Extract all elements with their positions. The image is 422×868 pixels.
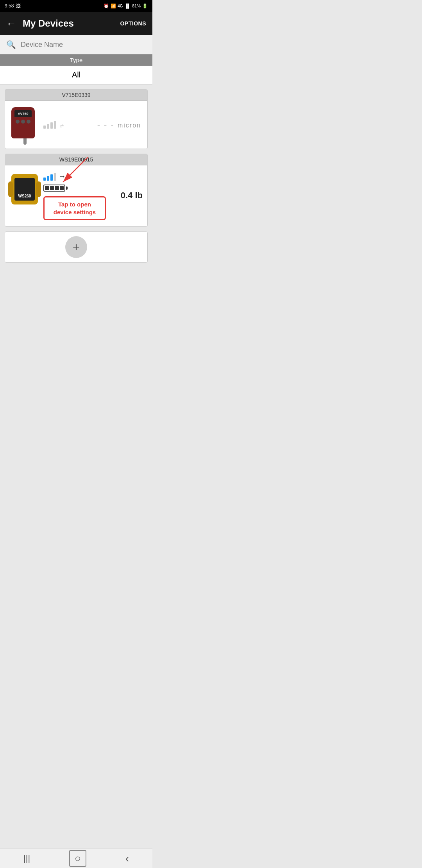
type-filter-all[interactable]: All [0, 66, 152, 84]
status-icons: ⏰ 📶 4G ▐▌ 81% 🔋 [104, 4, 148, 9]
ws260-bar-4 [54, 173, 56, 181]
device-body-av760: AV760 [5, 101, 147, 149]
photo-icon: 🖼 [16, 3, 21, 9]
ws260-bar-3 [50, 174, 53, 181]
av760-btn-1 [16, 120, 20, 124]
battery-cell-3 [55, 186, 59, 190]
ws260-image: WS260 [11, 174, 39, 209]
type-filter: Type All [0, 54, 152, 84]
status-bar: 9:58 🖼 ⏰ 📶 4G ▐▌ 81% 🔋 [0, 0, 152, 12]
av760-unit: micron [118, 122, 141, 129]
ws260-label: WS260 [18, 194, 31, 198]
device-id-av760: V715E0339 [5, 90, 147, 101]
time-display: 9:58 [5, 3, 14, 9]
battery-cell-1 [45, 186, 49, 190]
add-device-card[interactable]: + [5, 231, 148, 263]
signal-bar-2 [47, 124, 49, 129]
battery-tip [66, 187, 68, 190]
av760-screen-label: AV760 [14, 110, 32, 117]
add-device-button[interactable]: + [65, 236, 87, 258]
av760-probe [23, 138, 27, 145]
av760-signal-row: ⇄ [43, 121, 64, 129]
alarm-icon: ⏰ [104, 4, 109, 9]
ws260-bar-2 [47, 176, 49, 181]
signal-bar-4 [54, 121, 56, 129]
signal-bar-1 [43, 126, 46, 129]
av760-measurement: - - - micron [97, 120, 141, 130]
type-filter-label: Type [0, 54, 152, 66]
device-card-av760[interactable]: V715E0339 AV760 [5, 89, 148, 149]
signal-bars-icon: ▐▌ [124, 4, 131, 8]
app-header: ← My Devices OPTIONS [0, 12, 152, 35]
av760-btn-2 [21, 120, 25, 124]
devices-list: V715E0339 AV760 [0, 84, 152, 267]
battery-body [43, 185, 65, 192]
back-button[interactable]: ← [6, 18, 16, 30]
options-button[interactable]: OPTIONS [120, 20, 146, 27]
header-left: ← My Devices [6, 18, 74, 30]
battery-cell-2 [50, 186, 54, 190]
av760-dashes: - - - [97, 120, 114, 129]
battery-percent: 81% [132, 4, 141, 8]
av760-btn-3 [27, 120, 30, 124]
transfer-arrows: ⇄ [60, 124, 64, 129]
battery-icon: 🔋 [142, 4, 148, 9]
tap-to-open-callout[interactable]: Tap to open device settings [43, 196, 106, 220]
search-bar: 🔍 [0, 35, 152, 54]
ws260-arrow-icon: → [59, 172, 66, 181]
device-card-ws260[interactable]: WS19E00015 WS260 [5, 154, 148, 227]
search-input[interactable] [21, 41, 146, 49]
page-title: My Devices [23, 18, 74, 29]
ws260-signal-row: → [43, 172, 141, 181]
device-body-ws260: WS260 → [5, 165, 147, 226]
av760-buttons [16, 120, 30, 124]
signal-4g-icon: 4G [118, 4, 123, 8]
ws260-signal-bars [43, 173, 56, 181]
ws260-scroll-right [36, 181, 41, 197]
ws260-scroll-left [8, 181, 13, 197]
battery-cell-4 [60, 186, 64, 190]
device-id-ws260: WS19E00015 [5, 154, 147, 165]
ws260-bar-1 [43, 178, 46, 181]
search-icon: 🔍 [6, 40, 16, 49]
av760-transfer-icon: ⇄ [60, 124, 64, 129]
status-time: 9:58 🖼 [5, 3, 21, 9]
signal-bar-3 [50, 122, 53, 129]
av760-signal-bars [43, 121, 56, 129]
av760-image: AV760 [11, 107, 39, 142]
ws260-measurement: 0.4 lb [121, 190, 143, 201]
wifi-icon: 📶 [111, 4, 116, 9]
